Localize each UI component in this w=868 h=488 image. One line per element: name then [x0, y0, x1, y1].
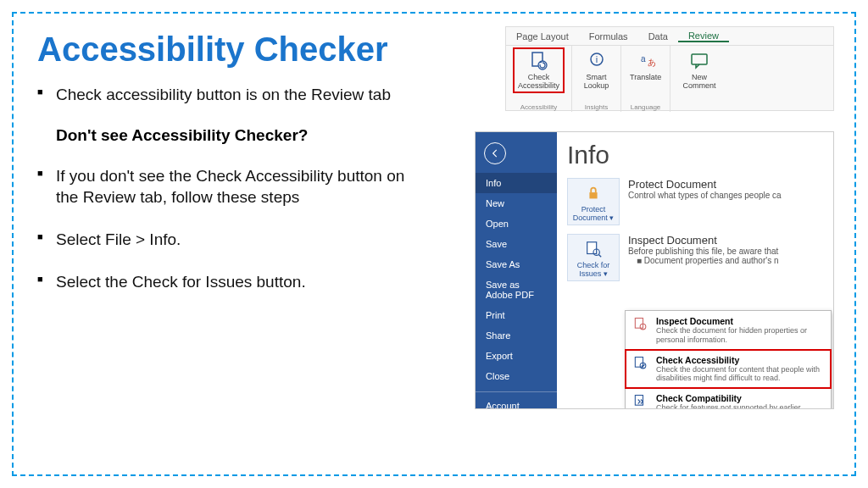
- compatibility-icon: [632, 393, 649, 409]
- illustration-column: Page Layout Formulas Data Review Check A…: [410, 84, 831, 313]
- svg-text:あ: あ: [648, 58, 656, 67]
- protect-info: Protect Document Control what types of c…: [628, 178, 782, 225]
- nav-save-adobe[interactable]: Save as Adobe PDF: [476, 274, 557, 305]
- ribbon-tabs: Page Layout Formulas Data Review: [506, 27, 833, 46]
- check-for-issues-button[interactable]: Check for Issues ▾: [567, 234, 620, 281]
- svg-rect-8: [587, 242, 597, 254]
- ribbon-group-comments: New Comment: [670, 46, 728, 112]
- inspect-row: Check for Issues ▾ Inspect Document Befo…: [567, 234, 823, 281]
- ribbon-group-language: aあ Translate Language: [621, 46, 670, 112]
- back-button[interactable]: [476, 137, 557, 173]
- dropdown-check-compatibility[interactable]: Check Compatibility Check for features n…: [626, 388, 831, 409]
- protect-row: Protect Document ▾ Protect Document Cont…: [567, 178, 823, 225]
- inspect-info: Inspect Document Before publishing this …: [628, 234, 779, 281]
- ribbon-tab[interactable]: Formulas: [579, 31, 638, 42]
- content-row: Check accessibility button is on the Rev…: [37, 84, 831, 313]
- group-label: Language: [621, 103, 670, 111]
- document-check-icon: [528, 51, 548, 71]
- svg-text:i: i: [595, 54, 597, 64]
- back-arrow-icon: [484, 142, 506, 164]
- backstage-nav: Info New Open Save Save As Save as Adobe…: [476, 132, 557, 408]
- svg-line-10: [598, 254, 601, 257]
- bullet-item: Check accessibility button is on the Rev…: [37, 84, 410, 106]
- backstage-mock: Info New Open Save Save As Save as Adobe…: [475, 131, 834, 409]
- nav-close[interactable]: Close: [476, 366, 557, 386]
- backstage-title: Info: [567, 141, 823, 169]
- nav-account[interactable]: Account: [476, 391, 557, 409]
- svg-rect-11: [635, 319, 643, 329]
- ribbon-tab[interactable]: Page Layout: [506, 31, 579, 42]
- nav-open[interactable]: Open: [476, 214, 557, 234]
- accessibility-icon: [632, 355, 649, 372]
- sub-heading: Don't see Accessibility Checker?: [37, 126, 410, 145]
- new-comment-button[interactable]: New Comment: [679, 49, 719, 92]
- ribbon-group-insights: i Smart Lookup Insights: [572, 46, 621, 112]
- protect-document-button[interactable]: Protect Document ▾: [567, 178, 620, 225]
- bullet-item: If you don't see the Check Accessibility…: [37, 165, 410, 208]
- lock-icon: [584, 184, 603, 202]
- svg-text:a: a: [641, 54, 646, 64]
- dropdown-check-accessibility[interactable]: Check Accessibility Check the document f…: [626, 350, 831, 389]
- check-accessibility-button[interactable]: Check Accessibility: [515, 49, 563, 92]
- group-label: Insights: [572, 103, 620, 111]
- nav-new[interactable]: New: [476, 193, 557, 214]
- comment-icon: [689, 51, 709, 71]
- nav-save[interactable]: Save: [476, 234, 557, 254]
- slide-frame: Accessibility Checker Check accessibilit…: [12, 12, 856, 476]
- inspect-icon: [584, 240, 603, 258]
- text-column: Check accessibility button is on the Rev…: [37, 84, 410, 313]
- svg-rect-7: [589, 192, 597, 198]
- ribbon-mock: Page Layout Formulas Data Review Check A…: [505, 26, 834, 111]
- svg-rect-6: [692, 54, 707, 64]
- bullet-item: Select File > Info.: [37, 229, 410, 251]
- ribbon-body: Check Accessibility Accessibility i Smar…: [506, 46, 833, 112]
- nav-save-as[interactable]: Save As: [476, 254, 557, 274]
- translate-button[interactable]: aあ Translate: [626, 49, 665, 83]
- smart-lookup-button[interactable]: i Smart Lookup: [581, 49, 613, 92]
- dropdown-inspect-document[interactable]: Inspect Document Check the document for …: [626, 311, 831, 350]
- translate-icon: aあ: [636, 51, 656, 71]
- bullet-item: Select the Check for Issues button.: [37, 271, 410, 293]
- group-label: Accessibility: [506, 103, 571, 111]
- ribbon-group-accessibility: Check Accessibility Accessibility: [506, 46, 572, 112]
- inspect-document-icon: [632, 316, 649, 333]
- nav-export[interactable]: Export: [476, 346, 557, 366]
- nav-share[interactable]: Share: [476, 325, 557, 346]
- ribbon-tab-active[interactable]: Review: [678, 30, 729, 42]
- check-issues-dropdown: Inspect Document Check the document for …: [625, 310, 832, 409]
- lightbulb-icon: i: [587, 51, 607, 71]
- nav-info[interactable]: Info: [476, 173, 557, 193]
- nav-print[interactable]: Print: [476, 305, 557, 325]
- ribbon-tab[interactable]: Data: [638, 31, 678, 42]
